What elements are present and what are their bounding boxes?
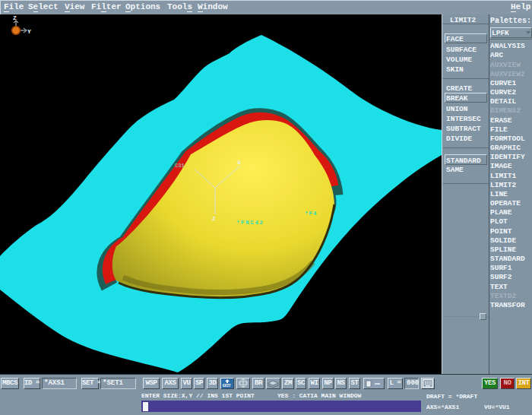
svg-text:Z: Z	[13, 14, 17, 21]
svg-text:EXIT: EXIT	[223, 384, 231, 388]
svg-text:Y: Y	[27, 28, 31, 35]
svg-text:C31: C31	[175, 163, 185, 169]
svg-text:3: 3	[237, 159, 241, 166]
svg-text:*F4: *F4	[305, 211, 318, 217]
svg-text:Z: Z	[212, 215, 216, 222]
svg-text:*FNC42: *FNC42	[236, 220, 264, 226]
